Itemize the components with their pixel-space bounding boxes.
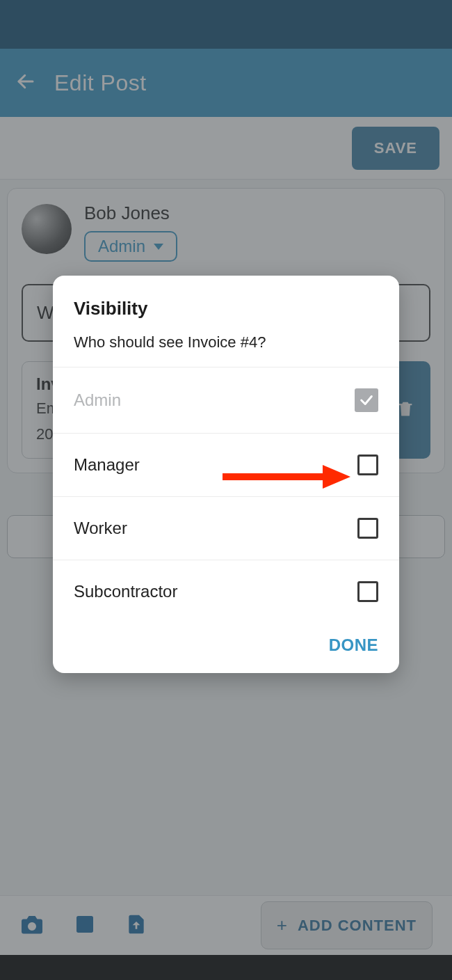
visibility-dialog: Visibility Who should see Invoice #4? Ad… — [53, 276, 399, 673]
screen: Edit Post SAVE Bob Jones Admin W Inv Em … — [0, 0, 452, 980]
visibility-option-manager[interactable]: Manager — [53, 433, 399, 496]
checkbox-manager[interactable] — [357, 455, 378, 475]
option-label: Worker — [74, 519, 127, 538]
checkbox-subcontractor[interactable] — [357, 581, 378, 602]
dialog-subtitle: Who should see Invoice #4? — [74, 333, 378, 351]
dialog-footer: DONE — [53, 623, 399, 673]
option-label: Admin — [74, 390, 121, 410]
visibility-option-admin: Admin — [53, 367, 399, 433]
dialog-title: Visibility — [74, 298, 378, 319]
visibility-option-subcontractor[interactable]: Subcontractor — [53, 560, 399, 623]
checkbox-admin — [355, 388, 378, 412]
option-label: Subcontractor — [74, 582, 177, 601]
done-button[interactable]: DONE — [329, 635, 378, 655]
dialog-header: Visibility Who should see Invoice #4? — [53, 276, 399, 367]
checkbox-worker[interactable] — [357, 518, 378, 539]
option-label: Manager — [74, 455, 140, 475]
visibility-option-worker[interactable]: Worker — [53, 496, 399, 560]
